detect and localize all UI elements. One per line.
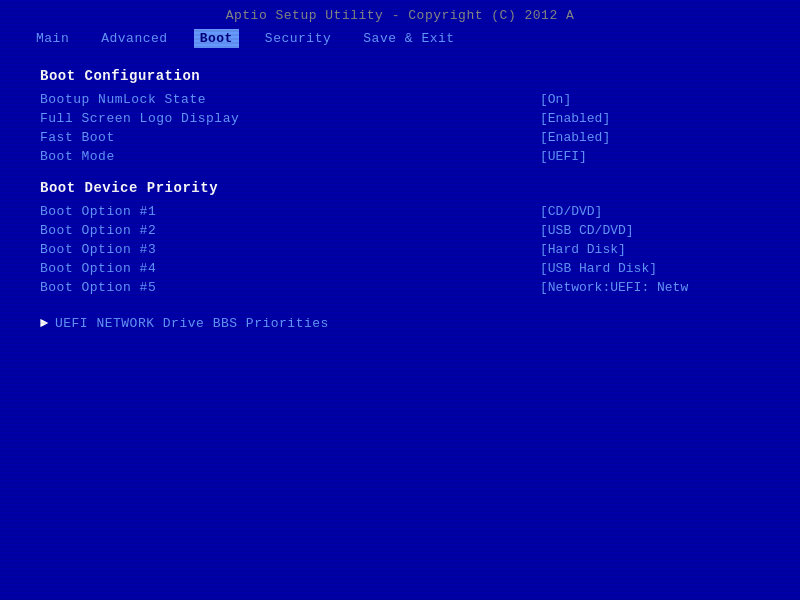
boot3-value: [Hard Disk] [540,242,760,257]
logo-value: [Enabled] [540,111,760,126]
tab-bar: Main Advanced Boot Security Save & Exit [0,27,800,50]
fastboot-label: Fast Boot [40,130,115,145]
boot2-label: Boot Option #2 [40,223,156,238]
config-row-logo[interactable]: Full Screen Logo Display [Enabled] [40,109,760,128]
config-row-boot1[interactable]: Boot Option #1 [CD/DVD] [40,202,760,221]
tab-boot[interactable]: Boot [194,29,239,48]
boot-config-header: Boot Configuration [40,68,760,84]
tab-security[interactable]: Security [259,29,337,48]
boot4-value: [USB Hard Disk] [540,261,760,276]
config-row-boot5[interactable]: Boot Option #5 [Network:UEFI: Netw [40,278,760,297]
numlock-label: Bootup NumLock State [40,92,206,107]
title-text: Aptio Setup Utility - Copyright (C) 2012… [226,8,575,23]
main-content: Boot Configuration Bootup NumLock State … [0,58,800,341]
boot5-value: [Network:UEFI: Netw [540,280,760,295]
uefi-network-item[interactable]: ► UEFI NETWORK Drive BBS Priorities [40,315,760,331]
tab-save-exit[interactable]: Save & Exit [357,29,460,48]
divider-2 [40,297,760,311]
numlock-value: [On] [540,92,760,107]
boot5-label: Boot Option #5 [40,280,156,295]
config-row-boot3[interactable]: Boot Option #3 [Hard Disk] [40,240,760,259]
logo-label: Full Screen Logo Display [40,111,239,126]
uefi-network-label: UEFI NETWORK Drive BBS Priorities [55,316,329,331]
tab-main[interactable]: Main [30,29,75,48]
boot1-value: [CD/DVD] [540,204,760,219]
bios-screen: Aptio Setup Utility - Copyright (C) 2012… [0,0,800,600]
tab-advanced[interactable]: Advanced [95,29,173,48]
config-row-boot2[interactable]: Boot Option #2 [USB CD/DVD] [40,221,760,240]
fastboot-value: [Enabled] [540,130,760,145]
boot2-value: [USB CD/DVD] [540,223,760,238]
boot3-label: Boot Option #3 [40,242,156,257]
boot4-label: Boot Option #4 [40,261,156,276]
boot1-label: Boot Option #1 [40,204,156,219]
config-row-fastboot[interactable]: Fast Boot [Enabled] [40,128,760,147]
config-row-bootmode[interactable]: Boot Mode [UEFI] [40,147,760,166]
title-bar: Aptio Setup Utility - Copyright (C) 2012… [0,0,800,27]
bootmode-label: Boot Mode [40,149,115,164]
divider-1 [40,166,760,180]
config-row-numlock[interactable]: Bootup NumLock State [On] [40,90,760,109]
boot-device-priority-header: Boot Device Priority [40,180,760,196]
bootmode-value: [UEFI] [540,149,760,164]
arrow-right-icon: ► [40,315,49,331]
config-row-boot4[interactable]: Boot Option #4 [USB Hard Disk] [40,259,760,278]
